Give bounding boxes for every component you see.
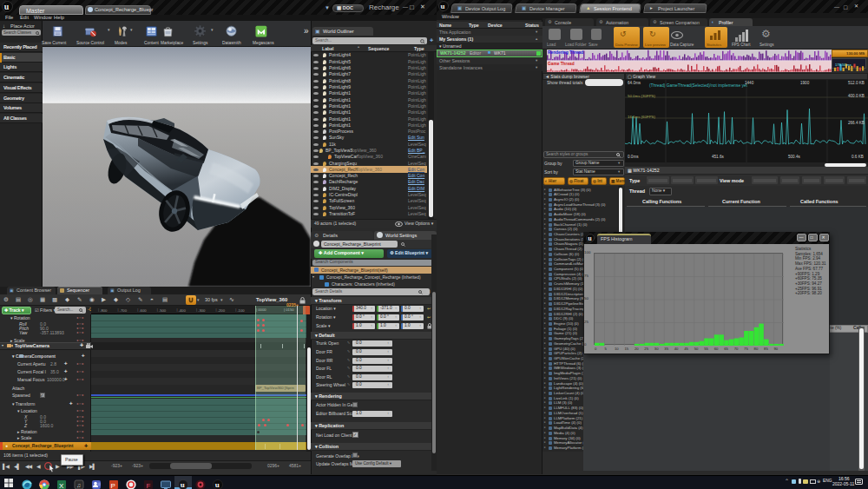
svg-text:u: u [441, 2, 445, 10]
svg-text:F: F [147, 482, 151, 489]
svg-text:X: X [59, 482, 64, 489]
svg-text:♫: ♫ [76, 482, 81, 488]
svg-text:u: u [4, 2, 10, 11]
svg-text:u: u [588, 235, 592, 242]
svg-text:u: u [181, 480, 185, 489]
svg-text:u: u [215, 480, 220, 489]
svg-text:P: P [111, 482, 115, 489]
